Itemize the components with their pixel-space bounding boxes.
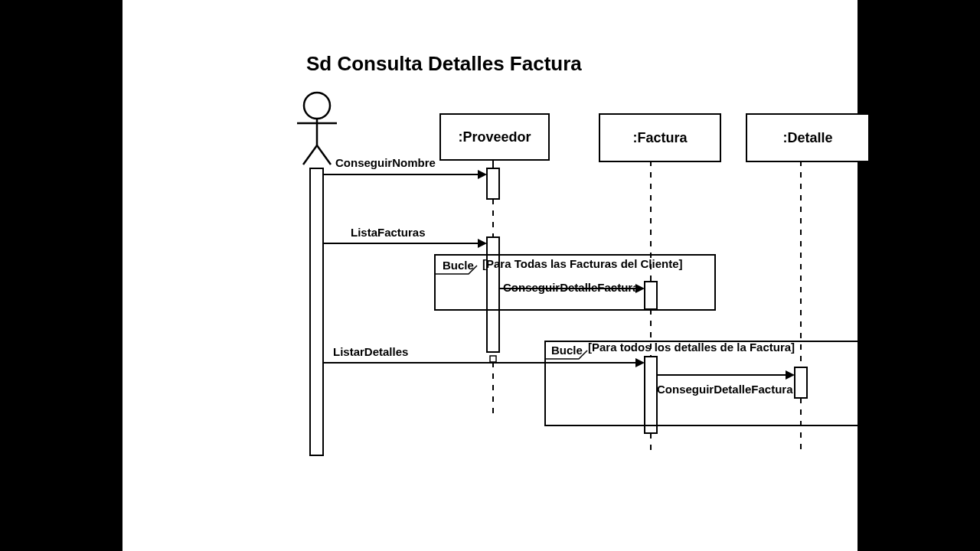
label-listar-detalles: ListarDetalles bbox=[333, 345, 408, 358]
svg-line-3 bbox=[303, 145, 317, 165]
loop2-label: Bucle bbox=[551, 344, 583, 357]
proveedor-activation-2 bbox=[487, 237, 499, 352]
diagram-page: Sd Consulta Detalles Factura bbox=[122, 0, 858, 551]
loop2-guard: [Para todos los detalles de la Factura] bbox=[588, 341, 795, 354]
svg-point-0 bbox=[304, 93, 330, 119]
msg-listar-detalles-arrow bbox=[635, 358, 645, 367]
msg-conseguir-nombre-arrow bbox=[478, 170, 487, 179]
actor-icon bbox=[297, 93, 337, 165]
lifeline-factura: :Factura bbox=[599, 113, 721, 162]
lifeline-detalle: :Detalle bbox=[746, 113, 870, 162]
lifeline-proveedor: :Proveedor bbox=[439, 113, 550, 161]
svg-line-4 bbox=[317, 145, 331, 165]
factura-activation-2 bbox=[645, 357, 657, 433]
label-cdf1: ConseguirDetalleFactura bbox=[503, 281, 639, 294]
loop1-guard: [Para Todas las Facturas del Cliente] bbox=[482, 257, 682, 270]
label-conseguir-nombre: ConseguirNombre bbox=[335, 156, 436, 169]
factura-activation-1 bbox=[645, 282, 657, 309]
diagram-svg bbox=[122, 0, 858, 551]
loop1-label: Bucle bbox=[443, 259, 474, 272]
label-cdf2: ConseguirDetalleFactura bbox=[657, 383, 793, 396]
detalle-activation bbox=[795, 367, 807, 398]
label-lista-facturas: ListaFacturas bbox=[351, 226, 426, 239]
msg-lista-facturas-arrow bbox=[478, 239, 487, 248]
proveedor-anchor bbox=[490, 356, 496, 362]
actor-activation bbox=[310, 168, 323, 455]
proveedor-activation-1 bbox=[487, 168, 499, 199]
msg-cdf2-arrow bbox=[786, 370, 795, 380]
